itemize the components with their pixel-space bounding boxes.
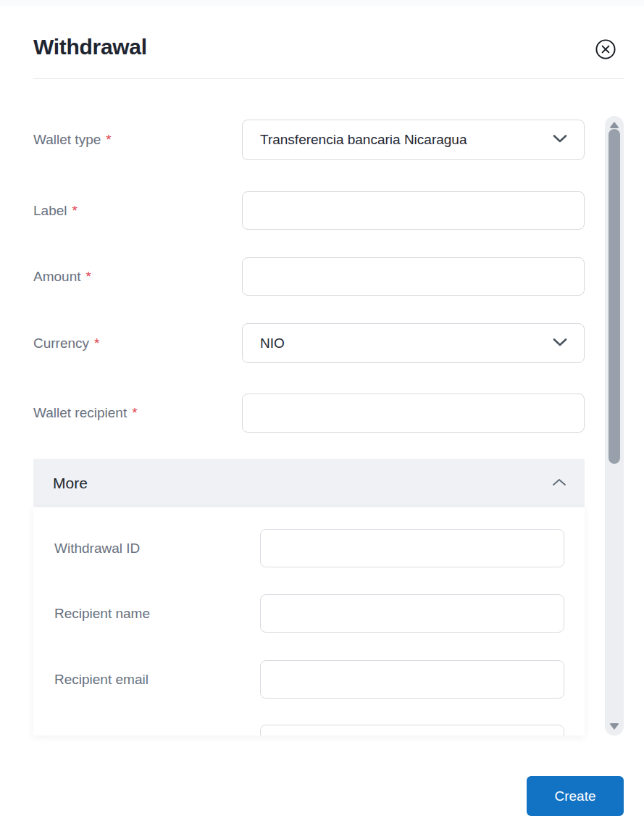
scroll-down-arrow-icon[interactable] <box>609 723 619 730</box>
withdrawal-modal: Withdrawal Wallet type* Transferencia ba… <box>0 0 644 829</box>
withdrawal-id-label: Withdrawal ID <box>54 539 140 558</box>
currency-select[interactable]: NIO <box>242 323 585 363</box>
header-divider <box>33 78 624 79</box>
modal-top-edge <box>0 0 644 6</box>
required-asterisk: * <box>85 269 91 284</box>
amount-label: Amount* <box>33 267 91 286</box>
amount-label-text: Amount <box>33 269 80 284</box>
wallet-recipient-input[interactable] <box>242 393 585 433</box>
currency-label: Currency* <box>33 334 99 353</box>
recipient-name-label: Recipient name <box>54 604 150 623</box>
withdrawal-id-input[interactable] <box>260 529 564 567</box>
chevron-up-icon <box>551 477 567 490</box>
more-section-title: More <box>53 475 88 492</box>
wallet-type-label: Wallet type* <box>33 130 112 149</box>
recipient-email-input[interactable] <box>260 660 564 699</box>
recipient-email-label: Recipient email <box>54 670 149 689</box>
wallet-recipient-label: Wallet recipient* <box>33 404 138 422</box>
required-asterisk: * <box>72 203 78 218</box>
more-section-toggle[interactable]: More <box>33 459 585 507</box>
label-field-label: Label* <box>33 201 78 220</box>
amount-input[interactable] <box>242 257 585 296</box>
vertical-scrollbar[interactable] <box>605 116 624 736</box>
required-asterisk: * <box>106 132 111 147</box>
scroll-up-arrow-icon[interactable] <box>609 122 619 128</box>
label-input[interactable] <box>242 191 585 230</box>
close-button[interactable] <box>595 38 616 60</box>
close-icon <box>595 51 616 62</box>
chevron-down-icon <box>552 133 568 146</box>
wallet-recipient-label-text: Wallet recipient <box>33 405 127 420</box>
clipped-next-input[interactable] <box>260 725 564 736</box>
create-button[interactable]: Create <box>527 776 624 816</box>
currency-label-text: Currency <box>33 336 89 351</box>
scrollbar-thumb[interactable] <box>609 129 620 464</box>
wallet-type-selected-value: Transferencia bancaria Nicaragua <box>260 132 467 148</box>
label-field-label-text: Label <box>33 203 67 218</box>
required-asterisk: * <box>94 336 99 351</box>
chevron-down-icon <box>552 337 568 350</box>
wallet-type-select[interactable]: Transferencia bancaria Nicaragua <box>242 120 585 160</box>
modal-title: Withdrawal <box>33 35 147 59</box>
currency-selected-value: NIO <box>260 336 285 351</box>
recipient-name-input[interactable] <box>260 594 564 633</box>
wallet-type-label-text: Wallet type <box>33 132 101 147</box>
required-asterisk: * <box>132 405 137 420</box>
more-section-panel: Withdrawal ID Recipient name Recipient e… <box>33 507 585 736</box>
